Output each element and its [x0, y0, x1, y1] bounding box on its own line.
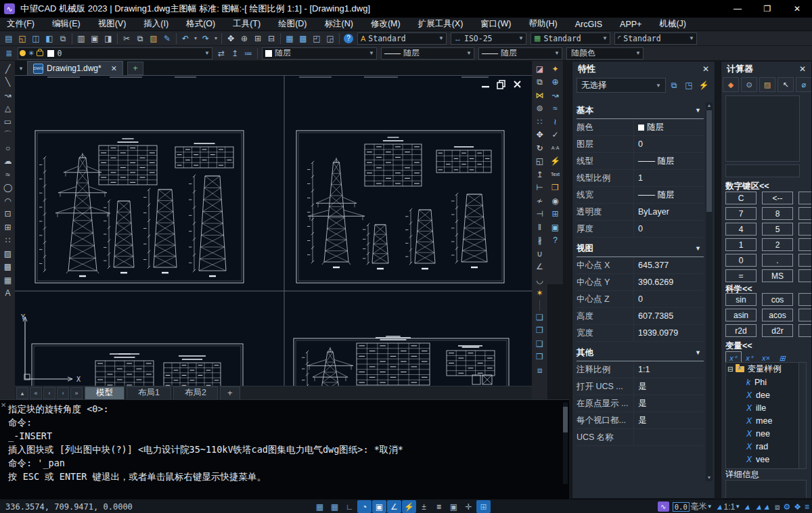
layer-previous-icon[interactable]: ⇄	[215, 47, 228, 60]
extend-icon[interactable]: ⊣	[533, 208, 547, 221]
image-attach-icon[interactable]: ▣	[548, 221, 562, 234]
match-properties-icon[interactable]: ✎	[160, 32, 174, 45]
properties-close-icon[interactable]: ✕	[702, 64, 709, 74]
quick-select-icon[interactable]: ⧉	[667, 79, 681, 92]
mleader-style-combo[interactable]: ◜Standard▼	[614, 32, 697, 45]
design-center-icon[interactable]: ▦	[283, 32, 296, 45]
viewport-restore-icon[interactable]	[497, 81, 505, 89]
make-block2-icon[interactable]: ❏	[533, 311, 547, 324]
calc-key-partial[interactable]	[798, 192, 812, 204]
calc-key-8[interactable]: 8	[762, 207, 793, 220]
polygon-icon[interactable]: △	[1, 102, 15, 116]
property-value[interactable]: 0	[633, 221, 704, 237]
calc-key-MS[interactable]: MS	[762, 269, 793, 282]
toggle-pickadd-icon[interactable]: ⚡	[697, 79, 710, 92]
menu-item-6[interactable]: 绘图(D)	[278, 18, 307, 30]
viewport-close-icon[interactable]	[514, 81, 520, 87]
tool-palettes-icon[interactable]: ▩	[296, 32, 310, 45]
hatch-icon[interactable]: ▨	[1, 247, 15, 261]
precision-control[interactable]: 0.0毫米 ▼	[673, 501, 713, 512]
revision-cloud-icon[interactable]: ☁	[1, 155, 15, 169]
new-file-icon[interactable]: ▤	[2, 32, 16, 45]
variable-item-rad[interactable]: Xrad	[726, 440, 806, 453]
calc-key-7[interactable]: 7	[725, 207, 757, 220]
minimize-button[interactable]: —	[723, 0, 752, 18]
command-scrollbar-thumb[interactable]	[563, 407, 568, 432]
variable-item-ille[interactable]: Xille	[726, 401, 806, 414]
calc-key-.[interactable]: .	[762, 254, 793, 267]
variable-item-dee[interactable]: Xdee	[726, 388, 806, 401]
layout-nav-3[interactable]: ›	[57, 387, 69, 399]
lengthen-icon[interactable]: ⊢	[533, 181, 547, 195]
cut-icon[interactable]: ✂	[120, 32, 133, 45]
line-icon[interactable]: ╱	[1, 62, 15, 76]
layer-manager-icon[interactable]: ≣	[2, 47, 16, 60]
layer-combo[interactable]: ✳0▼	[18, 47, 212, 60]
redo-icon[interactable]: ↷	[199, 32, 212, 45]
voice-note-icon[interactable]: ◉	[548, 194, 562, 208]
open-file-icon[interactable]: ◱	[16, 32, 29, 45]
section-header-基本[interactable]: 基本▼	[577, 102, 704, 119]
scroll-up-icon[interactable]: ▲	[706, 102, 713, 109]
scroll-down-icon[interactable]: ▼	[706, 474, 713, 481]
paste-icon[interactable]: ▨	[147, 32, 160, 45]
plot-style-combo[interactable]: 随颜色▼	[566, 47, 644, 60]
calc-key-partial[interactable]	[798, 207, 812, 220]
table-style-combo[interactable]: ▦Standard▼	[531, 32, 610, 45]
calc-paste-icon[interactable]: ▨	[759, 77, 775, 92]
layer-states-icon[interactable]: ≔	[242, 47, 255, 60]
fillet-icon[interactable]: ◡	[533, 273, 547, 287]
menu-item-4[interactable]: 格式(O)	[186, 18, 215, 30]
calc-key-=[interactable]: =	[725, 269, 757, 282]
settings-gear-icon[interactable]: ⚙	[783, 502, 790, 512]
undo-icon[interactable]: ↶	[179, 32, 192, 45]
print-preview-icon[interactable]: ▣	[88, 32, 102, 45]
menu-item-2[interactable]: 视图(V)	[98, 18, 127, 30]
trim-icon[interactable]: ≁	[533, 194, 547, 208]
layout-nav-0[interactable]: ▴	[16, 387, 28, 399]
property-value[interactable]: 645.377	[633, 257, 704, 273]
calc-key-partial[interactable]	[798, 269, 812, 282]
block-editor-icon[interactable]: ⧈	[533, 363, 547, 377]
property-value[interactable]: 1:1	[633, 361, 704, 378]
layout-nav-1[interactable]: «	[30, 387, 42, 399]
menu-item-11[interactable]: 帮助(H)	[528, 18, 557, 30]
chamfer-icon[interactable]: ∠	[533, 261, 547, 274]
ellipse-icon[interactable]: ◯	[1, 181, 15, 195]
lineweight-toggle[interactable]: ±	[417, 500, 431, 513]
calc-sci-asin[interactable]: asin	[725, 309, 757, 321]
curve-node-icon[interactable]: ≀	[548, 115, 562, 129]
drawing-canvas[interactable]: YX	[15, 76, 532, 386]
circle-icon[interactable]: ○	[1, 141, 15, 155]
calc-key-C[interactable]: C	[725, 192, 757, 204]
property-value[interactable]: 0	[633, 291, 704, 307]
dyn-input-toggle[interactable]: ⚡	[402, 500, 416, 513]
help-tool-icon[interactable]: ?	[548, 234, 562, 248]
menu-item-10[interactable]: 窗口(W)	[480, 18, 511, 30]
calc-key-partial[interactable]	[798, 254, 812, 267]
document-tab-close-icon[interactable]: ✕	[111, 64, 117, 73]
property-value[interactable]: 390.6269	[633, 274, 704, 290]
write-block-icon[interactable]: ❑	[533, 337, 547, 351]
property-value[interactable]: 是	[633, 378, 704, 395]
copy-object-icon[interactable]: ⧉	[533, 76, 547, 89]
selection-dropdown[interactable]: 无选择▼	[577, 78, 666, 93]
publish-icon[interactable]: ◨	[102, 32, 115, 45]
calc-sci-cos[interactable]: cos	[762, 293, 793, 306]
ellipse-arc-icon[interactable]: ◠	[1, 194, 15, 208]
mtext-icon[interactable]: A	[1, 287, 15, 300]
command-scrollbar[interactable]	[563, 403, 568, 484]
menu-item-9[interactable]: 扩展工具(X)	[418, 18, 464, 30]
save-icon[interactable]: ◫	[29, 32, 43, 45]
make-object-layer-current-icon[interactable]: ↥	[228, 47, 242, 60]
table-icon[interactable]: ▦	[1, 273, 15, 287]
property-value[interactable]: —— 随层	[633, 187, 704, 203]
text-tool-icon[interactable]: Text	[548, 168, 562, 181]
fullscreen-icon[interactable]: ❖	[794, 502, 801, 512]
calc-key-0[interactable]: 0	[725, 254, 757, 267]
property-value[interactable]: 是	[633, 395, 704, 411]
property-value[interactable]: —— 随层	[633, 153, 704, 169]
calc-key-partial[interactable]	[798, 238, 812, 251]
text-align-icon[interactable]: A·A	[548, 141, 562, 155]
print-icon[interactable]: ▥	[74, 32, 88, 45]
